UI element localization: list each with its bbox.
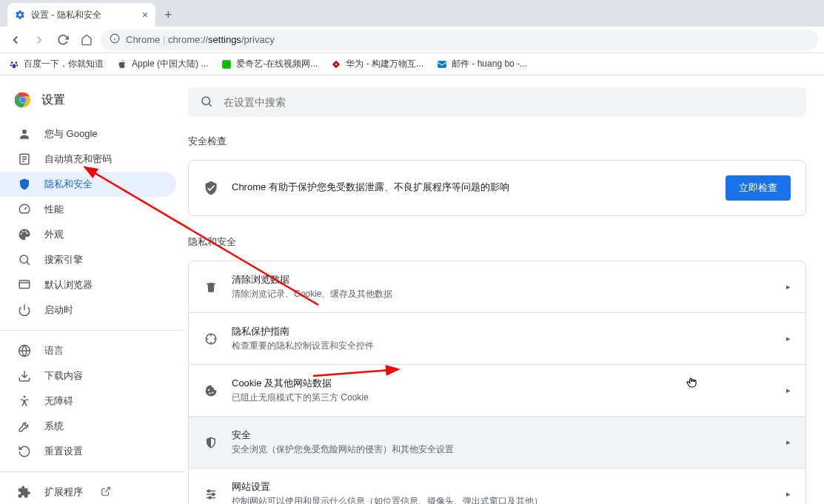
svg-point-13 xyxy=(334,61,336,64)
search-input[interactable] xyxy=(224,96,794,108)
sidebar-item-download[interactable]: 下载内容 xyxy=(0,363,176,389)
svg-point-53 xyxy=(208,490,210,492)
sidebar-item-person[interactable]: 您与 Google xyxy=(0,121,176,147)
privacy-card: 清除浏览数据清除浏览记录、Cookie、缓存及其他数据▸隐私保护指南检查重要的隐… xyxy=(188,261,806,504)
browser-icon xyxy=(18,278,31,292)
safety-text: Chrome 有助于保护您免受数据泄露、不良扩展程序等问题的影响 xyxy=(232,181,712,194)
svg-point-6 xyxy=(16,64,18,66)
bookmarks-bar: 百度一下，你就知道Apple (中国大陆) ...爱奇艺-在线视频网...华为 … xyxy=(0,53,824,75)
sidebar-item-label: 启动时 xyxy=(44,303,73,317)
speed-icon xyxy=(18,203,31,216)
sidebar-item-palette[interactable]: 外观 xyxy=(0,222,176,247)
sidebar-item-extension[interactable]: 扩展程序 xyxy=(0,480,176,504)
shield-icon xyxy=(204,436,218,449)
chevron-right-icon: ▸ xyxy=(786,282,791,292)
browser-tab[interactable]: 设置 - 隐私和安全 × xyxy=(7,3,155,27)
row-title: 安全 xyxy=(232,429,773,442)
close-icon[interactable]: × xyxy=(142,9,148,21)
sidebar-item-label: 语言 xyxy=(44,344,64,357)
svg-point-28 xyxy=(20,255,28,263)
sidebar-item-label: 性能 xyxy=(44,203,64,216)
cookie-icon xyxy=(204,384,218,397)
row-desc: 检查重要的隐私控制设置和安全控件 xyxy=(232,340,773,352)
palette-icon xyxy=(18,228,31,241)
bookmark-icon xyxy=(221,59,232,70)
svg-point-21 xyxy=(20,97,25,102)
sidebar-item-label: 您与 Google xyxy=(44,127,98,141)
svg-point-7 xyxy=(13,64,16,68)
sidebar-item-globe[interactable]: 语言 xyxy=(0,338,176,363)
bookmark-item[interactable]: 华为 - 构建万物互... xyxy=(331,58,423,70)
safety-check-row: Chrome 有助于保护您免受数据泄露、不良扩展程序等问题的影响 立即检查 xyxy=(189,161,805,215)
check-now-button[interactable]: 立即检查 xyxy=(726,175,791,201)
shield-icon xyxy=(18,178,31,191)
forward-button[interactable] xyxy=(30,30,49,50)
settings-search[interactable] xyxy=(188,87,806,117)
privacy-row-trash[interactable]: 清除浏览数据清除浏览记录、Cookie、缓存及其他数据▸ xyxy=(189,261,805,313)
privacy-row-shield[interactable]: 安全安全浏览（保护您免受危险网站的侵害）和其他安全设置▸ xyxy=(189,417,805,468)
chevron-right-icon: ▸ xyxy=(786,386,791,395)
reload-button[interactable] xyxy=(53,30,73,50)
power-icon xyxy=(18,303,31,317)
back-button[interactable] xyxy=(6,30,25,50)
privacy-row-cookie[interactable]: Cookie 及其他网站数据已阻止无痕模式下的第三方 Cookie▸ xyxy=(189,365,805,417)
svg-point-3 xyxy=(11,61,13,64)
svg-line-44 xyxy=(209,104,211,106)
divider xyxy=(0,330,185,331)
bookmark-label: 爱奇艺-在线视频网... xyxy=(236,58,318,70)
svg-point-16 xyxy=(337,64,339,67)
extension-icon xyxy=(18,485,31,499)
bookmark-item[interactable]: 百度一下，你就知道 xyxy=(9,58,104,70)
search-icon xyxy=(18,253,31,266)
svg-point-4 xyxy=(15,61,17,64)
wrench-icon xyxy=(18,420,31,433)
sidebar-item-speed[interactable]: 性能 xyxy=(0,197,176,222)
sidebar-item-label: 下载内容 xyxy=(44,369,83,383)
settings-content: 安全检查 Chrome 有助于保护您免受数据泄露、不良扩展程序等问题的影响 立即… xyxy=(185,75,824,504)
person-icon xyxy=(18,127,31,141)
settings-sidebar: 设置 您与 Google自动填充和密码隐私和安全性能外观搜索引擎默认浏览器启动时… xyxy=(0,75,185,504)
row-desc: 控制网站可以使用和显示什么信息（如位置信息、摄像头、弹出式窗口及其他） xyxy=(232,495,773,504)
sidebar-item-label: 无障碍 xyxy=(44,394,73,408)
sidebar-item-shield[interactable]: 隐私和安全 xyxy=(0,172,176,197)
sidebar-item-search[interactable]: 搜索引擎 xyxy=(0,247,176,272)
section-safety-check: 安全检查 xyxy=(188,135,806,148)
tab-title: 设置 - 隐私和安全 xyxy=(31,9,101,21)
address-bar[interactable]: Chrome | chrome://settings/privacy xyxy=(101,30,818,50)
sidebar-item-accessibility[interactable]: 无障碍 xyxy=(0,389,176,414)
globe-icon xyxy=(18,344,31,357)
sidebar-item-power[interactable]: 启动时 xyxy=(0,298,176,323)
bookmark-item[interactable]: 邮件 - huang bo -... xyxy=(437,58,527,70)
sidebar-item-label: 重置设置 xyxy=(44,445,83,458)
new-tab-button[interactable]: + xyxy=(155,3,181,27)
sidebar-item-browser[interactable]: 默认浏览器 xyxy=(0,272,176,298)
target-icon xyxy=(204,332,218,346)
sidebar-item-label: 外观 xyxy=(44,228,64,241)
privacy-row-tune[interactable]: 网站设置控制网站可以使用和显示什么信息（如位置信息、摄像头、弹出式窗口及其他）▸ xyxy=(189,468,805,504)
row-title: Cookie 及其他网站数据 xyxy=(232,377,773,390)
bookmark-icon xyxy=(117,59,127,70)
divider xyxy=(0,471,185,472)
site-info-icon[interactable] xyxy=(110,33,120,46)
svg-point-15 xyxy=(334,64,336,67)
sidebar-item-label: 扩展程序 xyxy=(44,485,83,499)
bookmark-label: 华为 - 构建万物互... xyxy=(346,58,423,70)
svg-point-5 xyxy=(10,64,12,66)
reset-icon xyxy=(18,445,31,458)
row-desc: 安全浏览（保护您免受危险网站的侵害）和其他安全设置 xyxy=(232,443,773,456)
settings-page: 设置 您与 Google自动填充和密码隐私和安全性能外观搜索引擎默认浏览器启动时… xyxy=(0,75,824,504)
svg-point-54 xyxy=(212,493,215,495)
address-text: Chrome | chrome://settings/privacy xyxy=(126,34,275,45)
chevron-right-icon: ▸ xyxy=(786,489,791,499)
svg-point-55 xyxy=(209,497,211,499)
home-button[interactable] xyxy=(77,30,96,50)
bookmark-item[interactable]: 爱奇艺-在线视频网... xyxy=(221,58,318,70)
sidebar-item-reset[interactable]: 重置设置 xyxy=(0,439,176,464)
privacy-row-target[interactable]: 隐私保护指南检查重要的隐私控制设置和安全控件▸ xyxy=(189,313,805,365)
download-icon xyxy=(18,369,31,383)
sidebar-item-autofill[interactable]: 自动填充和密码 xyxy=(0,147,176,172)
bookmark-item[interactable]: Apple (中国大陆) ... xyxy=(117,58,208,70)
sidebar-item-wrench[interactable]: 系统 xyxy=(0,414,176,439)
page-title: 设置 xyxy=(41,93,65,108)
sidebar-item-label: 自动填充和密码 xyxy=(44,152,112,166)
